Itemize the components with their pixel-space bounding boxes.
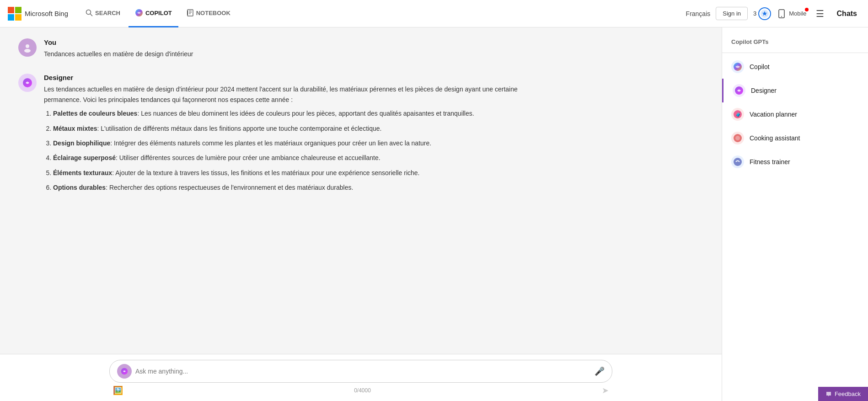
designer-sender-label: Designer (44, 74, 521, 81)
send-button[interactable]: ➤ (602, 385, 609, 396)
list-item: Éléments texturaux: Ajouter de la textur… (53, 168, 521, 178)
designer-gpt-icon (733, 84, 745, 97)
nav-item-copilot[interactable]: COPILOT (129, 0, 178, 27)
user-message-content: You Tendances actuelles en matière de de… (44, 38, 521, 59)
svg-text:🧳: 🧳 (735, 112, 741, 118)
fitness-gpt-label: Fitness trainer (750, 158, 790, 166)
user-sender-label: You (44, 38, 521, 46)
cooking-gpt-label: Cooking assistant (750, 134, 800, 142)
main-layout: You Tendances actuelles en matière de de… (0, 27, 868, 401)
sidebar-item-fitness-trainer[interactable]: Fitness trainer (722, 150, 868, 174)
input-area: 🎤 🖼️ 0/4000 ➤ (0, 354, 722, 401)
sidebar-item-copilot[interactable]: Copilot (722, 55, 868, 79)
nav-item-notebook[interactable]: NOTEBOOK (180, 0, 237, 27)
svg-line-5 (91, 14, 93, 16)
header: Microsoft Bing SEARCH (0, 0, 868, 27)
designer-list: Palettes de couleurs bleues: Les nuances… (44, 108, 521, 192)
svg-point-25 (734, 158, 742, 166)
svg-rect-1 (15, 7, 21, 13)
copilot-gpt-icon (731, 60, 744, 73)
char-count: 0/4000 (354, 387, 371, 394)
list-item: Options durables: Rechercher des options… (53, 182, 521, 192)
copilot-gpt-label: Copilot (750, 63, 770, 70)
user-message: You Tendances actuelles en matière de de… (18, 38, 521, 59)
svg-rect-3 (15, 14, 21, 21)
copilot-icon (135, 9, 143, 17)
mobile-toggle[interactable]: Mobile (777, 9, 806, 19)
svg-point-16 (24, 49, 31, 53)
reward-badge[interactable]: 3 (753, 7, 771, 20)
vacation-gpt-icon: 🧳 (731, 108, 744, 121)
svg-point-4 (86, 10, 91, 15)
svg-point-24 (735, 136, 740, 140)
designer-avatar (18, 74, 37, 92)
designer-message: Designer Les tendances actuelles en mati… (18, 74, 521, 197)
designer-message-content: Designer Les tendances actuelles en mati… (44, 74, 521, 197)
svg-rect-2 (8, 14, 14, 21)
chat-area: You Tendances actuelles en matière de de… (0, 27, 722, 401)
input-wrapper: 🎤 (109, 360, 612, 383)
list-item: Palettes de couleurs bleues: Les nuances… (53, 108, 521, 118)
svg-rect-0 (8, 7, 14, 13)
language-selector[interactable]: Français (686, 10, 711, 17)
reward-count: 3 (753, 10, 756, 17)
svg-rect-11 (187, 11, 188, 15)
gpt-list: Copilot Design (722, 55, 868, 174)
list-item: Métaux mixtes: L'utilisation de différen… (53, 123, 521, 134)
mobile-icon (777, 9, 787, 19)
hamburger-menu[interactable]: ☰ (812, 6, 828, 21)
input-avatar (117, 364, 132, 379)
user-message-text: Tendances actuelles en matière de design… (44, 49, 521, 59)
sidebar-divider (722, 53, 868, 53)
bing-logo-text: Microsoft Bing (25, 10, 68, 17)
bing-logo[interactable]: Microsoft Bing (7, 6, 68, 21)
svg-point-15 (26, 44, 29, 48)
svg-rect-7 (188, 10, 193, 16)
sidebar-item-designer[interactable]: Designer (722, 79, 868, 102)
feedback-icon (825, 391, 832, 397)
microphone-icon[interactable]: 🎤 (595, 366, 605, 376)
sidebar-title: Copilot GPTs (722, 35, 868, 51)
svg-point-14 (781, 16, 782, 17)
input-footer: 🖼️ 0/4000 ➤ (109, 385, 612, 396)
nav-item-search[interactable]: SEARCH (79, 0, 127, 27)
cooking-gpt-icon (731, 132, 744, 144)
notification-dot (805, 8, 809, 11)
search-icon (86, 9, 93, 16)
attach-icon[interactable]: 🖼️ (113, 385, 123, 396)
sidebar: Copilot GPTs (722, 27, 868, 401)
chat-messages: You Tendances actuelles en matière de de… (0, 27, 722, 354)
microsoft-logo-icon (7, 6, 22, 21)
user-avatar (18, 38, 37, 57)
list-item: Design biophilique: Intégrer des élément… (53, 138, 521, 148)
designer-message-text: Les tendances actuelles en matière de de… (44, 84, 521, 192)
feedback-button[interactable]: Feedback (818, 387, 868, 401)
reward-icon (758, 7, 771, 20)
fitness-gpt-icon (731, 155, 744, 168)
chats-button[interactable]: Chats (833, 8, 861, 20)
chat-input[interactable] (135, 368, 591, 375)
designer-gpt-label: Designer (751, 87, 777, 94)
notebook-icon (187, 9, 194, 16)
sidebar-item-vacation-planner[interactable]: 🧳 Vacation planner (722, 102, 868, 126)
mobile-label: Mobile (789, 10, 806, 17)
sign-in-button[interactable]: Sign in (716, 7, 748, 20)
vacation-gpt-label: Vacation planner (750, 111, 797, 118)
main-nav: SEARCH COPILOT (79, 0, 682, 27)
list-item: Éclairage superposé: Utiliser différente… (53, 153, 521, 163)
header-right: Français Sign in 3 Mobile ☰ Chats (686, 6, 861, 21)
sidebar-item-cooking-assistant[interactable]: Cooking assistant (722, 126, 868, 150)
